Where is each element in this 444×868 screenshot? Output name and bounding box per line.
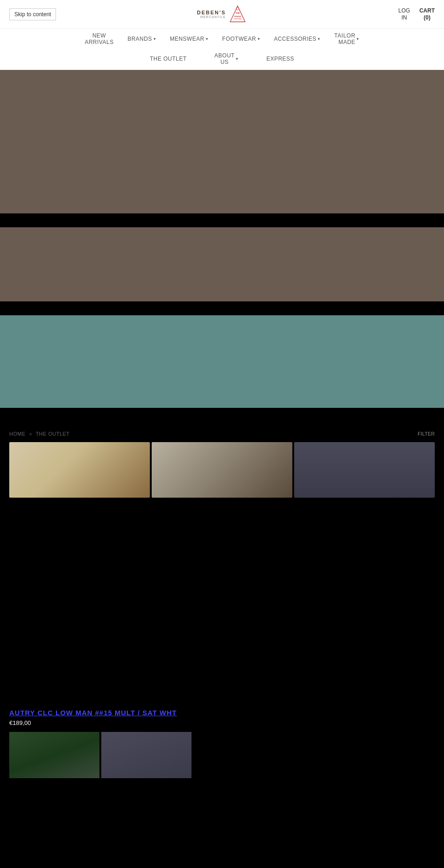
nav-item-express[interactable]: EXPRESS (266, 52, 294, 65)
login-button[interactable]: LOG IN (398, 7, 410, 21)
product-images-row-2 (9, 732, 435, 778)
nav-item-tailor-made[interactable]: TAILORMADE ▾ (334, 32, 359, 46)
chevron-down-icon: ▾ (318, 37, 321, 41)
product-listing-section: AUTRY CLC LOW MAN ##15 MULT / SAT WHT €1… (0, 699, 444, 787)
logo-brand-text: DEBEN'S MERCANTILE (197, 10, 226, 19)
breadcrumb-current: THE OUTLET (36, 431, 69, 437)
logo[interactable]: DEBEN'S MERCANTILE THE GRAND CENTRAL (197, 5, 247, 24)
product-lifestyle-image[interactable] (9, 732, 99, 778)
skip-to-content-link[interactable]: Skip to content (9, 8, 56, 20)
chevron-down-icon: ▾ (206, 37, 209, 41)
nav-item-the-outlet[interactable]: THE OUTLET (150, 52, 187, 65)
product-images-row-1 (9, 442, 435, 498)
main-nav: NEWARRIVALS BRANDS ▾ MENSWEAR ▾ FOOTWEAR… (0, 28, 444, 50)
separator-1 (0, 213, 444, 227)
breadcrumb-separator: » (29, 431, 32, 437)
bottom-spacer (0, 787, 444, 834)
nav-item-about-us[interactable]: ABOUTUS ▾ (215, 52, 239, 65)
cart-button[interactable]: CART (0) (419, 7, 435, 21)
nav-item-brands[interactable]: BRANDS ▾ (128, 36, 156, 42)
chevron-down-icon: ▾ (236, 56, 239, 61)
nav-item-accessories[interactable]: ACCESSORIES ▾ (274, 36, 321, 42)
breadcrumb-home[interactable]: HOME (9, 431, 25, 437)
breadcrumb: HOME » THE OUTLET Filter (9, 431, 435, 437)
separator-2 (0, 301, 444, 315)
nav-item-footwear[interactable]: FOOTWEAR ▾ (222, 36, 260, 42)
product-price-1: €189,00 (9, 719, 435, 726)
nav-item-menswear[interactable]: MENSWEAR ▾ (170, 36, 208, 42)
logo-icon: THE GRAND CENTRAL (228, 5, 247, 24)
hero-banner-2 (0, 227, 444, 301)
separator-3 (0, 408, 444, 422)
svg-text:GRAND: GRAND (234, 15, 241, 17)
product-image-shoe-left[interactable] (9, 442, 150, 498)
product-title-1[interactable]: AUTRY CLC LOW MAN ##15 MULT / SAT WHT (9, 709, 435, 717)
chevron-down-icon: ▾ (258, 37, 260, 41)
site-header: Skip to content DEBEN'S MERCANTILE THE G… (0, 0, 444, 28)
chevron-down-icon: ▾ (357, 37, 359, 42)
filter-button[interactable]: Filter (418, 431, 435, 437)
svg-text:CENTRAL: CENTRAL (234, 18, 242, 20)
sub-nav: THE OUTLET ABOUTUS ▾ EXPRESS (0, 50, 444, 70)
chevron-down-icon: ▾ (154, 37, 156, 41)
svg-text:THE: THE (235, 12, 240, 14)
product-section-1: HOME » THE OUTLET Filter (0, 422, 444, 514)
product-image-shop-interior[interactable] (294, 442, 435, 498)
hero-banner-teal (0, 315, 444, 408)
nav-item-new-arrivals[interactable]: NEWARRIVALS (85, 32, 113, 46)
product-detail-image[interactable] (101, 732, 191, 778)
content-spacer (0, 514, 444, 699)
hero-banner-1 (0, 70, 444, 213)
header-actions: LOG IN CART (0) (398, 7, 435, 21)
product-image-shoe-right[interactable] (152, 442, 292, 498)
